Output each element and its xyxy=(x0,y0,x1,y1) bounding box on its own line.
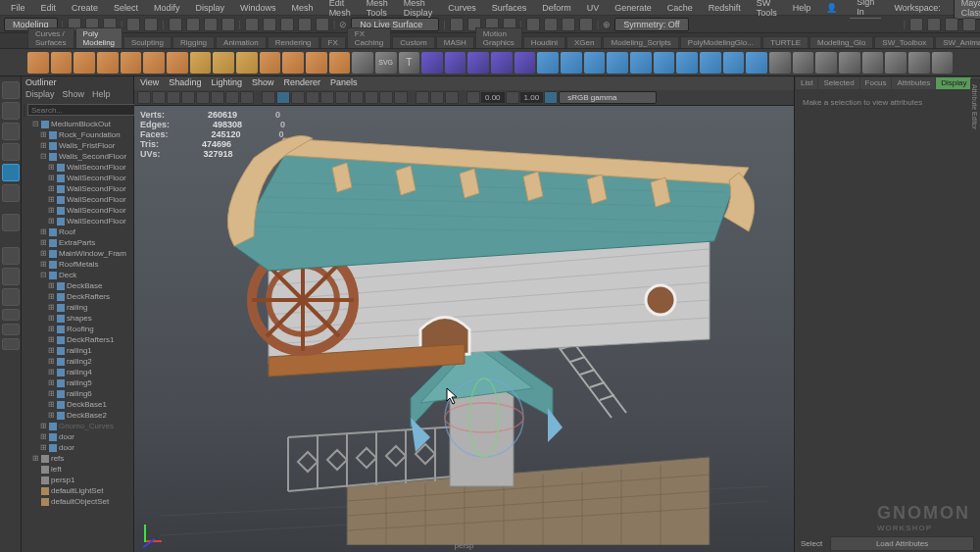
vp-exposure-icon[interactable] xyxy=(466,91,480,104)
menu-create[interactable]: Create xyxy=(65,2,105,14)
smooth-icon[interactable] xyxy=(769,52,791,74)
search-input[interactable] xyxy=(27,104,138,116)
panel-icon[interactable] xyxy=(909,18,923,31)
outliner-menu-display[interactable]: Display xyxy=(25,89,55,101)
menu-meshtools[interactable]: Mesh Tools xyxy=(360,0,395,19)
insert-edge-icon[interactable] xyxy=(839,52,860,74)
shelf-tab[interactable]: Modeling_Glo xyxy=(809,36,873,48)
attr-tab-list[interactable]: List xyxy=(796,77,817,89)
move-tool-icon[interactable] xyxy=(2,143,20,161)
undo-icon[interactable] xyxy=(126,18,140,31)
component-icon[interactable] xyxy=(221,18,235,31)
shelf-tab[interactable]: TURTLE xyxy=(762,36,808,48)
poly-cylinder-icon[interactable] xyxy=(74,52,95,74)
offset-edge-icon[interactable] xyxy=(862,52,884,74)
vp-exposure-value[interactable]: 0.00 xyxy=(481,92,505,103)
outliner-item[interactable]: ⊞RoofMetals xyxy=(24,259,131,270)
vp-grid-icon[interactable] xyxy=(196,91,210,104)
outliner-item[interactable]: ⊞ExtraParts xyxy=(24,237,131,248)
menu-cache[interactable]: Cache xyxy=(661,2,700,14)
outliner-item[interactable]: left xyxy=(24,464,131,475)
snap-curve-icon[interactable] xyxy=(263,18,276,31)
outliner-item[interactable]: ⊞MainWindow_Fram xyxy=(24,248,131,259)
outliner-item[interactable]: ⊞WallSecondFloor xyxy=(24,205,131,216)
connect-icon[interactable] xyxy=(676,52,698,74)
outliner-item[interactable]: ⊞Rock_Foundation xyxy=(24,129,131,140)
vp-menu-shading[interactable]: Shading xyxy=(169,77,201,89)
vp-gamma-select[interactable]: sRGB gamma xyxy=(559,91,657,104)
vp-multisample-icon[interactable] xyxy=(379,91,393,104)
vp-film-gate-icon[interactable] xyxy=(211,91,224,104)
last-tool-icon[interactable] xyxy=(2,214,20,231)
outliner-menu-show[interactable]: Show xyxy=(63,89,85,101)
vp-gate-mask-icon[interactable] xyxy=(240,91,254,104)
poly-type-icon[interactable]: T xyxy=(399,52,420,74)
menu-edit[interactable]: Edit xyxy=(34,2,64,14)
mirror-icon[interactable] xyxy=(932,52,954,74)
select-mode-icon[interactable] xyxy=(169,18,182,31)
vp-wireframe-icon[interactable] xyxy=(262,91,275,104)
shelf-tab[interactable]: FX Caching xyxy=(347,27,391,48)
snap-plane-icon[interactable] xyxy=(298,18,312,31)
menu-redshift[interactable]: Redshift xyxy=(702,2,748,14)
merge-icon[interactable] xyxy=(723,52,745,74)
vp-lights-icon[interactable] xyxy=(306,91,319,104)
menu-display[interactable]: Display xyxy=(189,2,232,14)
shelf-tab[interactable]: Rendering xyxy=(268,36,319,48)
outliner-item[interactable]: ⊞WallSecondFloor xyxy=(24,183,131,194)
outliner-item[interactable]: ⊞DeckBase xyxy=(24,280,131,291)
signin-link[interactable]: Sign In xyxy=(850,0,881,19)
menu-uv[interactable]: UV xyxy=(580,2,607,14)
outliner-item[interactable]: ⊞door xyxy=(24,442,131,453)
menu-deform[interactable]: Deform xyxy=(535,2,578,14)
menu-modify[interactable]: Modify xyxy=(147,2,187,14)
redo-icon[interactable] xyxy=(144,18,158,31)
outliner-tree[interactable]: ⊟MediumBlockOut⊞Rock_Foundation⊞Walls_Fr… xyxy=(22,118,133,552)
shelf-tab[interactable]: Modeling_Scripts xyxy=(603,36,678,48)
multi-cut-icon[interactable] xyxy=(815,52,837,74)
snap-point-icon[interactable] xyxy=(280,18,294,31)
component-icon[interactable] xyxy=(186,18,200,31)
shelf-tab[interactable]: Rigging xyxy=(172,36,215,48)
poly-superellipse-icon[interactable] xyxy=(352,52,373,74)
poly-torus-icon[interactable] xyxy=(121,52,142,74)
outliner-menu-help[interactable]: Help xyxy=(92,89,111,101)
outliner-item[interactable]: defaultLightSet xyxy=(24,485,131,496)
render-icon[interactable] xyxy=(526,18,540,31)
menu-surfaces[interactable]: Surfaces xyxy=(485,2,534,14)
vp-gamma-value[interactable]: 1.00 xyxy=(520,92,544,103)
vp-shadows-icon[interactable] xyxy=(320,91,334,104)
shelf-tab[interactable]: Motion Graphics xyxy=(475,27,522,48)
layout-custom-icon[interactable] xyxy=(2,338,20,350)
layout-two-icon[interactable] xyxy=(2,288,20,306)
render-settings-icon[interactable] xyxy=(579,18,593,31)
paint-select-tool-icon[interactable] xyxy=(2,123,20,140)
component-icon[interactable] xyxy=(204,18,218,31)
crease-icon[interactable] xyxy=(908,52,930,74)
panel-icon[interactable] xyxy=(962,18,976,31)
shelf-tab[interactable]: Animation xyxy=(216,36,267,48)
poly-cone-icon[interactable] xyxy=(97,52,119,74)
menu-select[interactable]: Select xyxy=(107,2,145,14)
outliner-item[interactable]: ⊞railing2 xyxy=(24,356,131,367)
vp-shaded-icon[interactable] xyxy=(276,91,290,104)
layout-custom-icon[interactable] xyxy=(2,309,20,321)
poly-disc-icon[interactable] xyxy=(167,52,188,74)
vp-xray-icon[interactable] xyxy=(430,91,444,104)
vp-menu-lighting[interactable]: Lighting xyxy=(211,77,242,89)
vp-xray-joints-icon[interactable] xyxy=(445,91,459,104)
extrude-icon[interactable] xyxy=(537,52,559,74)
shelf-tab[interactable]: SW_Toolbox xyxy=(874,36,934,48)
menu-windows[interactable]: Windows xyxy=(233,2,283,14)
menu-help[interactable]: Help xyxy=(786,2,818,14)
combine-icon[interactable] xyxy=(421,52,443,74)
vp-isolate-icon[interactable] xyxy=(416,91,429,104)
outliner-item[interactable]: ⊞door xyxy=(24,431,131,442)
outliner-item[interactable]: ⊞Roof xyxy=(24,226,131,237)
shelf-tab-active[interactable]: Poly Modeling xyxy=(75,27,122,48)
shelf-tab[interactable]: PolyModelingGlo... xyxy=(680,36,761,48)
poly-gear-icon[interactable] xyxy=(306,52,327,74)
outliner-item[interactable]: ⊞DeckBase1 xyxy=(24,399,131,410)
detach-icon[interactable] xyxy=(700,52,721,74)
outliner-item[interactable]: ⊞Roofing xyxy=(24,324,131,334)
